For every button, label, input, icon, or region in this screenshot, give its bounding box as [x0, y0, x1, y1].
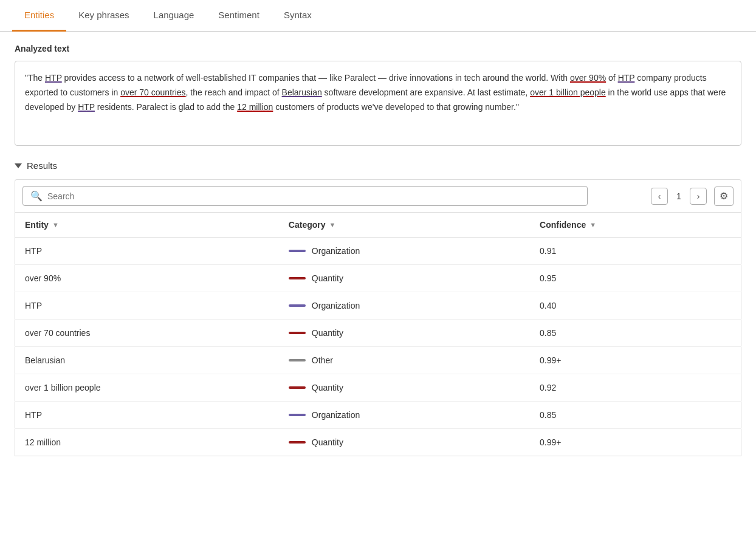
category-color-bar: [289, 304, 306, 307]
confidence-cell: 0.99+: [530, 429, 741, 456]
category-label: Quantity: [312, 383, 343, 392]
table-header-row: Entity ▼ Category ▼ Confidence ▼: [15, 213, 741, 238]
entity-over70countries: over 70 countries: [120, 87, 185, 97]
category-sort-icon: ▼: [329, 221, 336, 228]
entity-cell: over 1 billion people: [15, 374, 279, 402]
entity-cell: Belarusian: [15, 347, 279, 374]
search-input[interactable]: [47, 191, 580, 201]
analyzed-text-box: "The HTP provides access to a network of…: [15, 61, 741, 146]
category-cell: Organization: [279, 402, 530, 429]
search-row-wrapper: 🔍 ‹ 1 › ⚙: [15, 179, 741, 212]
entity-cell: HTP: [15, 292, 279, 320]
category-color-bar: [289, 359, 306, 361]
entity-cell: over 70 countries: [15, 320, 279, 347]
column-header-category[interactable]: Category ▼: [279, 213, 530, 238]
search-box: 🔍: [22, 186, 588, 206]
tab-sentiment[interactable]: Sentiment: [206, 0, 272, 32]
category-cell: Quantity: [279, 429, 530, 456]
confidence-cell: 0.95: [530, 265, 741, 292]
confidence-cell: 0.85: [530, 320, 741, 347]
category-cell: Quantity: [279, 374, 530, 402]
category-color-bar: [289, 414, 306, 416]
column-header-entity[interactable]: Entity ▼: [15, 213, 279, 238]
category-cell: Organization: [279, 238, 530, 265]
category-label: Quantity: [312, 437, 343, 447]
tab-key-phrases[interactable]: Key phrases: [66, 0, 141, 32]
search-icon: 🔍: [30, 190, 43, 202]
entity-htp-2: HTP: [618, 73, 635, 83]
entity-cell: HTP: [15, 238, 279, 265]
confidence-cell: 0.85: [530, 402, 741, 429]
category-color-bar: [289, 441, 306, 444]
analyzed-text-label: Analyzed text: [15, 44, 741, 53]
category-cell: Other: [279, 347, 530, 374]
table-row: HTPOrganization0.85: [15, 402, 741, 429]
confidence-cell: 0.99+: [530, 347, 741, 374]
category-label: Other: [312, 355, 333, 365]
tab-entities[interactable]: Entities: [12, 0, 66, 32]
entity-cell: HTP: [15, 402, 279, 429]
table-row: over 1 billion peopleQuantity0.92: [15, 374, 741, 402]
results-table: Entity ▼ Category ▼ Confidence ▼: [15, 212, 741, 456]
search-row: 🔍 ‹ 1 › ⚙: [22, 186, 734, 206]
column-header-confidence[interactable]: Confidence ▼: [530, 213, 741, 238]
category-label: Organization: [312, 246, 360, 256]
prev-page-button[interactable]: ‹: [651, 188, 668, 205]
category-label: Quantity: [312, 273, 343, 283]
category-label: Organization: [312, 301, 360, 310]
category-color-bar: [289, 277, 306, 279]
table-row: HTPOrganization0.91: [15, 238, 741, 265]
category-cell: Quantity: [279, 320, 530, 347]
confidence-sort-icon: ▼: [589, 221, 596, 228]
settings-button[interactable]: ⚙: [714, 187, 734, 206]
table-row: over 70 countriesQuantity0.85: [15, 320, 741, 347]
category-color-bar: [289, 250, 306, 252]
main-content: Analyzed text "The HTP provides access t…: [0, 32, 756, 468]
tabs-container: Entities Key phrases Language Sentiment …: [0, 0, 756, 32]
table-row: HTPOrganization0.40: [15, 292, 741, 320]
current-page: 1: [673, 191, 685, 201]
collapse-triangle-icon: [15, 163, 22, 168]
confidence-cell: 0.40: [530, 292, 741, 320]
entity-over1billion: over 1 billion people: [530, 87, 606, 97]
table-row: 12 millionQuantity0.99+: [15, 429, 741, 456]
category-cell: Quantity: [279, 265, 530, 292]
entity-htp-3: HTP: [78, 102, 95, 112]
tab-syntax[interactable]: Syntax: [272, 0, 324, 32]
category-color-bar: [289, 386, 306, 389]
category-label: Organization: [312, 410, 360, 420]
confidence-cell: 0.92: [530, 374, 741, 402]
entity-htp-1: HTP: [45, 73, 62, 83]
table-row: BelarusianOther0.99+: [15, 347, 741, 374]
tab-language[interactable]: Language: [142, 0, 207, 32]
next-page-button[interactable]: ›: [690, 188, 707, 205]
category-color-bar: [289, 332, 306, 334]
category-label: Quantity: [312, 328, 343, 338]
confidence-cell: 0.91: [530, 238, 741, 265]
results-label: Results: [27, 160, 57, 171]
entity-12million: 12 million: [237, 102, 273, 112]
category-cell: Organization: [279, 292, 530, 320]
results-section-header[interactable]: Results: [15, 160, 741, 171]
entity-over90pct: over 90%: [570, 73, 606, 83]
entity-belarusian: Belarusian: [282, 87, 322, 97]
entity-cell: over 90%: [15, 265, 279, 292]
table-row: over 90%Quantity0.95: [15, 265, 741, 292]
entity-cell: 12 million: [15, 429, 279, 456]
pagination: ‹ 1 ›: [651, 188, 707, 205]
entity-sort-icon: ▼: [52, 221, 59, 228]
